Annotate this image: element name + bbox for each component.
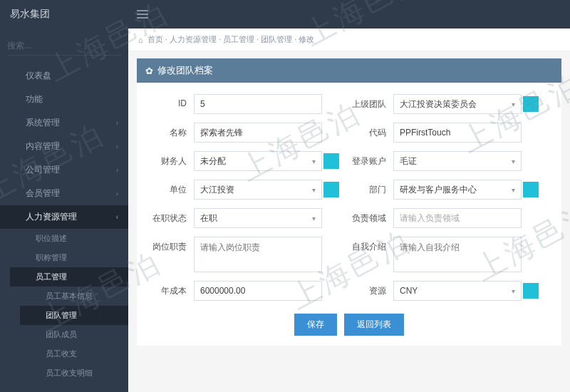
- gear-icon: ✿: [145, 66, 153, 76]
- users-icon: [10, 212, 20, 222]
- chevron-down-icon: ▾: [312, 215, 316, 222]
- chevron-down-icon: ▾: [312, 158, 316, 165]
- id-label: ID: [144, 94, 194, 108]
- sidebar-item[interactable]: 员工收支明细: [20, 363, 128, 383]
- sidebar-item-label: 内容管理: [26, 140, 60, 153]
- id-input[interactable]: [194, 94, 322, 114]
- breadcrumb-item[interactable]: 团队管理: [261, 35, 292, 43]
- sidebar-item[interactable]: 职位描述: [10, 229, 128, 248]
- breadcrumb-item[interactable]: 人力资源管理: [170, 35, 217, 43]
- chevron-icon: ‹: [116, 213, 118, 221]
- panel-header: ✿ 修改团队档案: [137, 58, 561, 83]
- sidebar-item-label: 员工收支明细: [46, 368, 93, 378]
- menu-toggle-icon[interactable]: [128, 10, 157, 19]
- sidebar-item[interactable]: 功能: [0, 88, 128, 111]
- sidebar-item-label: 团队管理: [46, 310, 77, 321]
- home-icon: [10, 71, 20, 81]
- duty-textarea[interactable]: [194, 237, 322, 272]
- code-input[interactable]: PPFirstTouch: [393, 123, 522, 143]
- breadcrumb-item[interactable]: 修改: [299, 35, 314, 43]
- parent-team-select[interactable]: 大江投资决策委员会▾: [393, 94, 522, 114]
- chevron-down-icon: ▾: [512, 287, 515, 295]
- chevron-icon: ›: [116, 190, 118, 197]
- name-label: 名称: [144, 123, 194, 139]
- sidebar-item[interactable]: 职称管理: [10, 248, 128, 267]
- sidebar-item[interactable]: 团队成员: [20, 325, 128, 344]
- sidebar-item-label: 团队成员: [46, 329, 77, 340]
- currency-label: 资源: [343, 281, 393, 297]
- sidebar-item-label: 公司管理: [26, 164, 60, 176]
- login-label: 登录账户: [343, 151, 393, 167]
- domain-input[interactable]: 请输入负责领域: [393, 208, 522, 228]
- brand-title: 易水集团: [0, 8, 128, 21]
- trophy-icon: [10, 189, 20, 199]
- parent-label: 上级团队: [343, 94, 393, 110]
- link-icon: [20, 253, 30, 263]
- list-icon: [30, 368, 40, 378]
- sidebar-item[interactable]: 员工基本信息: [20, 287, 128, 306]
- currency-more-button[interactable]: [523, 283, 539, 299]
- sidebar-item[interactable]: 内容管理›: [0, 135, 128, 158]
- chevron-down-icon: ▾: [512, 158, 515, 165]
- unit-select[interactable]: 大江投资▾: [194, 180, 322, 200]
- sidebar-item[interactable]: 员工收支: [20, 344, 128, 363]
- sidebar-item[interactable]: 系统管理›: [0, 111, 128, 135]
- person-icon: [30, 292, 40, 301]
- chevron-icon: ›: [116, 166, 118, 174]
- currency-select[interactable]: CNY▾: [393, 281, 522, 301]
- sidebar-item[interactable]: 公司管理›: [0, 158, 128, 182]
- name-input[interactable]: 探索者先锋: [194, 123, 322, 143]
- sidebar-item[interactable]: 会员管理›: [0, 182, 128, 205]
- building-icon: [10, 165, 20, 175]
- intro-label: 自我介绍: [343, 237, 393, 253]
- sidebar-item-label: 会员管理: [26, 187, 60, 200]
- search-placeholder: 搜索...: [7, 40, 31, 52]
- breadcrumb: ⌂ 首页 · 人力资源管理 · 员工管理 · 团队管理 · 修改: [128, 29, 570, 51]
- home-icon: ⌂: [138, 36, 143, 44]
- sidebar-item[interactable]: 人力资源管理‹: [0, 205, 128, 229]
- chevron-icon: ›: [116, 119, 118, 127]
- breadcrumb-item[interactable]: 首页: [147, 35, 163, 43]
- sidebar-item-label: 职称管理: [36, 252, 67, 263]
- save-button[interactable]: 保存: [294, 314, 337, 336]
- panel-title: 修改团队档案: [157, 64, 213, 77]
- breadcrumb-item[interactable]: 员工管理: [223, 35, 254, 43]
- sidebar-item-label: 系统管理: [26, 117, 60, 129]
- cost-input[interactable]: 6000000.00: [194, 281, 322, 301]
- search-input[interactable]: 搜索...: [7, 37, 121, 56]
- sidebar: 搜索... 仪表盘功能系统管理›内容管理›公司管理›会员管理›人力资源管理‹职位…: [0, 0, 128, 392]
- person-icon: [20, 272, 30, 282]
- layers-icon: [10, 142, 20, 152]
- chevron-down-icon: ▾: [512, 186, 515, 194]
- globe-icon: [10, 95, 20, 105]
- cost-label: 年成本: [144, 281, 194, 297]
- sidebar-item-label: 人力资源管理: [26, 211, 77, 223]
- unit-more-button[interactable]: [323, 182, 339, 197]
- back-button[interactable]: 返回列表: [344, 314, 404, 336]
- sidebar-item-label: 员工管理: [36, 272, 67, 282]
- finance-more-button[interactable]: [323, 153, 339, 169]
- person-icon: [30, 330, 40, 340]
- sidebar-item[interactable]: 仪表盘: [0, 64, 128, 88]
- finance-select[interactable]: 未分配▾: [194, 151, 322, 171]
- sidebar-item[interactable]: 员工管理: [10, 267, 128, 287]
- chevron-down-icon: ▾: [512, 100, 515, 108]
- sliders-icon: [10, 118, 20, 128]
- dept-more-button[interactable]: [523, 182, 539, 197]
- unit-label: 单位: [144, 180, 194, 196]
- link-icon: [20, 234, 30, 244]
- dept-select[interactable]: 研发与客户服务中心▾: [393, 180, 522, 200]
- sidebar-item-label: 员工收支: [46, 349, 77, 359]
- parent-more-button[interactable]: [523, 96, 539, 112]
- sidebar-item-label: 员工基本信息: [46, 291, 93, 301]
- status-select[interactable]: 在职▾: [194, 208, 322, 228]
- duty-label: 岗位职责: [144, 237, 194, 253]
- sidebar-item-label: 仪表盘: [26, 70, 51, 82]
- intro-textarea[interactable]: [393, 237, 522, 272]
- sidebar-item-label: 职位描述: [36, 233, 67, 244]
- finance-label: 财务人: [144, 151, 194, 167]
- login-select[interactable]: 毛证▾: [393, 151, 522, 171]
- status-label: 在职状态: [144, 208, 194, 225]
- domain-label: 负责领域: [343, 208, 393, 225]
- sidebar-item[interactable]: 团队管理: [20, 306, 128, 325]
